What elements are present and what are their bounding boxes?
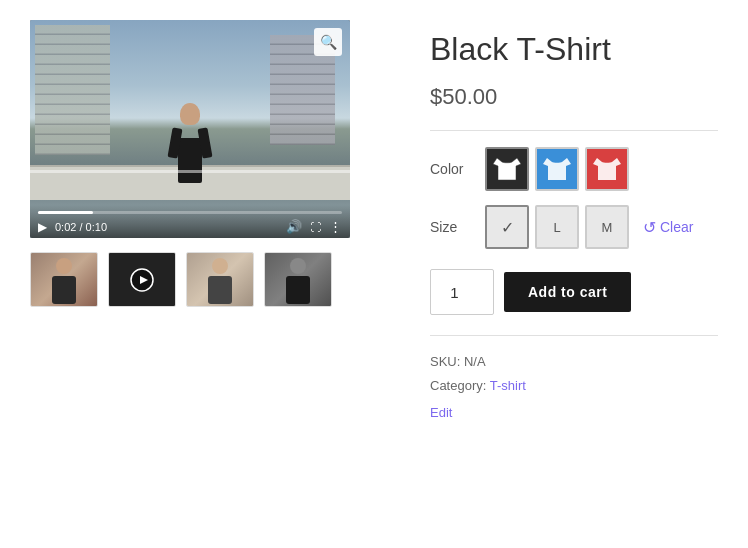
swatch-red-bg	[587, 149, 627, 189]
add-to-cart-row: Add to cart	[430, 269, 718, 315]
thumbnails	[30, 252, 400, 307]
video-more-button[interactable]: ⋮	[329, 219, 342, 234]
size-s-check: ✓	[501, 218, 514, 237]
product-page: 🔍 ▶ 0:02 / 0:10 🔊 ⛶ ⋮	[0, 0, 748, 445]
video-controls-row: ▶ 0:02 / 0:10 🔊 ⛶ ⋮	[38, 219, 342, 234]
swatch-blue-bg	[537, 149, 577, 189]
left-column: 🔍 ▶ 0:02 / 0:10 🔊 ⛶ ⋮	[30, 20, 400, 425]
color-label: Color	[430, 161, 475, 177]
category-link[interactable]: T-shirt	[490, 378, 526, 393]
product-meta: SKU: N/A Category: T-shirt Edit	[430, 335, 718, 424]
edit-link[interactable]: Edit	[430, 401, 718, 424]
svg-rect-5	[208, 276, 232, 304]
thumbnail-4[interactable]	[264, 252, 332, 307]
sku-row: SKU: N/A	[430, 350, 718, 373]
add-to-cart-button[interactable]: Add to cart	[504, 272, 631, 312]
size-swatch-l[interactable]: L	[535, 205, 579, 249]
size-option-row: Size ✓ L M ↺ Clear	[430, 205, 718, 249]
size-label: Size	[430, 219, 475, 235]
thumb-video-img	[109, 253, 175, 306]
product-title: Black T-Shirt	[430, 30, 718, 68]
video-zoom-button[interactable]: 🔍	[314, 28, 342, 56]
svg-point-0	[56, 258, 72, 274]
video-time: 0:02 / 0:10	[55, 221, 107, 233]
size-swatches: ✓ L M ↺ Clear	[485, 205, 693, 249]
swatch-black-bg: ✓	[487, 149, 527, 189]
size-l-label: L	[553, 220, 560, 235]
price-divider	[430, 130, 718, 131]
thumbnail-3[interactable]	[186, 252, 254, 307]
svg-rect-1	[52, 276, 76, 304]
right-column: Black T-Shirt $50.00 Color ✓	[430, 20, 718, 425]
sku-label: SKU:	[430, 354, 460, 369]
svg-point-6	[290, 258, 306, 274]
quantity-input[interactable]	[430, 269, 494, 315]
thumbnail-2[interactable]	[108, 252, 176, 307]
size-swatch-s[interactable]: ✓	[485, 205, 529, 249]
clear-button[interactable]: ↺ Clear	[643, 218, 693, 237]
thumb-person1-img	[31, 253, 97, 306]
svg-rect-7	[286, 276, 310, 304]
size-m-label: M	[602, 220, 613, 235]
size-swatch-m[interactable]: M	[585, 205, 629, 249]
video-volume-button[interactable]: 🔊	[286, 219, 302, 234]
clear-icon: ↺	[643, 218, 656, 237]
color-swatches: ✓	[485, 147, 629, 191]
category-label: Category:	[430, 378, 486, 393]
color-swatch-black[interactable]: ✓	[485, 147, 529, 191]
thumbnail-1[interactable]	[30, 252, 98, 307]
sku-value: N/A	[464, 354, 486, 369]
color-swatch-blue[interactable]	[535, 147, 579, 191]
video-play-button[interactable]: ▶	[38, 220, 47, 234]
svg-point-4	[212, 258, 228, 274]
category-row: Category: T-shirt	[430, 374, 718, 397]
thumb-person3-img	[265, 253, 331, 306]
color-option-row: Color ✓	[430, 147, 718, 191]
video-controls: ▶ 0:02 / 0:10 🔊 ⛶ ⋮	[30, 205, 350, 238]
main-video: 🔍 ▶ 0:02 / 0:10 🔊 ⛶ ⋮	[30, 20, 350, 238]
clear-label: Clear	[660, 219, 693, 235]
video-progress-bar[interactable]	[38, 211, 342, 214]
product-price: $50.00	[430, 84, 718, 110]
video-fullscreen-button[interactable]: ⛶	[310, 221, 321, 233]
color-swatch-red[interactable]	[585, 147, 629, 191]
video-progress-fill	[38, 211, 93, 214]
thumb-person2-img	[187, 253, 253, 306]
